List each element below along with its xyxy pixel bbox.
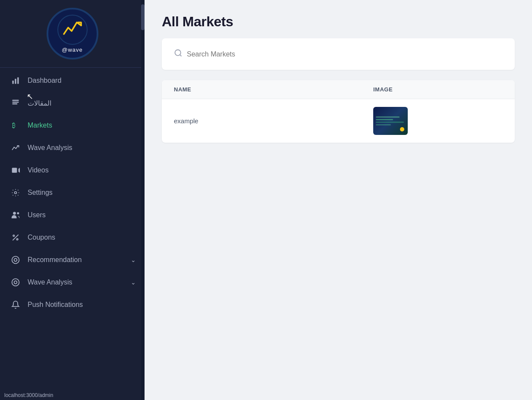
search-input[interactable]: [187, 50, 503, 58]
svg-point-18: [14, 259, 17, 262]
sidebar-item-markets[interactable]: ₿ Markets: [0, 114, 145, 137]
market-image-cell: [373, 107, 503, 135]
sidebar-label-videos: Videos: [28, 166, 136, 174]
users-icon: [9, 211, 22, 219]
sidebar-item-recommendation[interactable]: Recommendation ⌄: [0, 249, 145, 271]
svg-point-19: [12, 279, 19, 286]
scrollbar-track[interactable]: [141, 0, 145, 400]
video-icon: [9, 166, 22, 175]
logo-container: @wave: [0, 0, 145, 67]
sidebar: @wave Dashboard المقالات ↖: [0, 0, 145, 400]
svg-rect-5: [13, 100, 19, 101]
page-header: All Markets: [145, 0, 532, 38]
svg-point-11: [15, 192, 17, 194]
market-thumbnail: [373, 107, 408, 135]
sidebar-label-dashboard: Dashboard: [28, 77, 136, 84]
sidebar-item-users[interactable]: Users: [0, 204, 145, 226]
table-header-row: NAME IMAGE: [162, 80, 515, 99]
table-header-name: NAME: [174, 86, 373, 93]
search-icon: [174, 49, 183, 59]
sidebar-nav: Dashboard المقالات ↖ ₿ Markets: [0, 69, 145, 400]
bar-chart-icon: [9, 76, 22, 85]
sidebar-label-users: Users: [28, 211, 136, 219]
sidebar-item-settings[interactable]: Settings: [0, 181, 145, 204]
status-url: localhost:3000/admin: [4, 392, 53, 398]
bitcoin-icon: ₿: [9, 121, 22, 130]
logo: @wave: [47, 8, 98, 59]
sidebar-label-markets: Markets: [28, 122, 136, 129]
svg-rect-9: [12, 168, 17, 173]
search-box: [174, 49, 503, 59]
svg-rect-7: [13, 103, 18, 105]
table-row: example: [162, 99, 515, 143]
sidebar-item-wave-analysis[interactable]: Wave Analysis: [0, 137, 145, 159]
percent-icon: [9, 233, 22, 242]
logo-icon: [57, 15, 88, 45]
sidebar-label-coupons: Coupons: [28, 234, 136, 241]
bell-icon: [9, 300, 22, 309]
svg-line-22: [180, 55, 182, 56]
svg-rect-6: [13, 102, 19, 103]
sidebar-label-wave-analysis-2: Wave Analysis: [28, 278, 131, 286]
sidebar-label-articles: المقالات: [28, 99, 136, 107]
wave-analysis-circle-icon: [9, 278, 22, 287]
logo-text: @wave: [62, 47, 83, 53]
sidebar-label-settings: Settings: [28, 189, 136, 197]
svg-rect-3: [15, 79, 16, 84]
sidebar-label-push-notifications: Push Notifications: [28, 301, 136, 309]
thumbnail-dot: [400, 127, 404, 131]
main-body: NAME IMAGE example: [145, 38, 532, 400]
chevron-down-icon: ⌄: [131, 256, 136, 263]
scrollbar-thumb[interactable]: [141, 4, 145, 30]
sidebar-item-articles[interactable]: المقالات: [0, 92, 145, 114]
svg-point-21: [175, 50, 181, 56]
recommendation-icon: [9, 256, 22, 264]
search-card: [162, 38, 515, 70]
svg-point-17: [12, 256, 19, 264]
markets-table: NAME IMAGE example: [162, 80, 515, 143]
svg-text:₿: ₿: [12, 122, 16, 129]
sidebar-label-recommendation: Recommendation: [28, 256, 131, 264]
market-name-cell: example: [174, 117, 373, 125]
trending-icon: [9, 144, 22, 152]
svg-marker-10: [19, 168, 20, 173]
chevron-down-icon-2: ⌄: [131, 279, 136, 286]
svg-point-20: [14, 281, 17, 284]
table-header-image: IMAGE: [373, 86, 503, 93]
settings-icon: [9, 188, 22, 197]
sidebar-divider: [0, 67, 145, 68]
sidebar-item-coupons[interactable]: Coupons: [0, 226, 145, 249]
svg-rect-2: [13, 81, 14, 84]
svg-line-16: [13, 234, 18, 240]
svg-point-12: [13, 212, 16, 215]
sidebar-label-wave-analysis: Wave Analysis: [28, 144, 136, 152]
page-title: All Markets: [162, 14, 515, 30]
sidebar-item-dashboard[interactable]: Dashboard: [0, 69, 145, 92]
svg-rect-4: [17, 78, 19, 84]
sidebar-item-push-notifications[interactable]: Push Notifications: [0, 294, 145, 316]
sidebar-item-wave-analysis-2[interactable]: Wave Analysis ⌄: [0, 271, 145, 294]
status-bar: localhost:3000/admin: [0, 391, 86, 400]
svg-point-13: [17, 212, 19, 214]
article-icon: [9, 99, 22, 107]
svg-point-14: [13, 235, 14, 236]
svg-point-15: [17, 239, 18, 240]
main-content-area: All Markets NAME IMAGE example: [145, 0, 532, 400]
sidebar-item-videos[interactable]: Videos: [0, 159, 145, 181]
